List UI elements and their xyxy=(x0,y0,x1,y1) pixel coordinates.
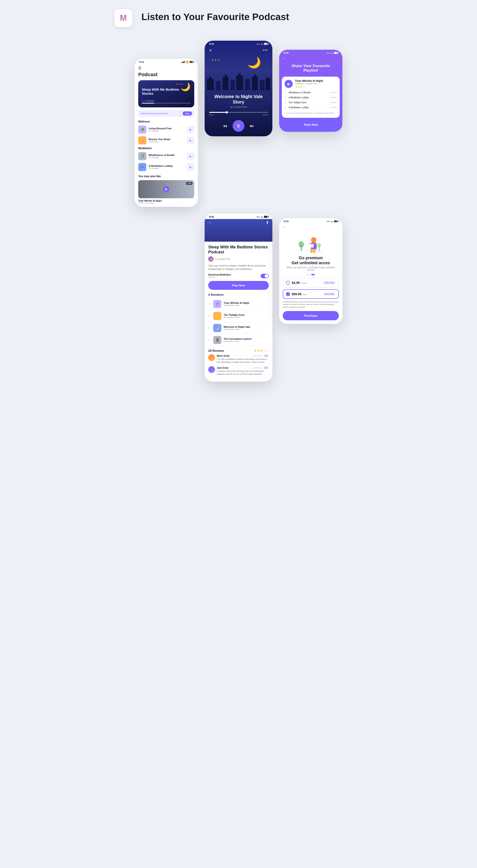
review-body: Jack Snow 1 month ago 5.0 I use this mos… xyxy=(217,366,269,375)
list-item[interactable]: 🎵 Mindfulness of Breath 15 minutes ▶ xyxy=(135,151,198,162)
play-button[interactable]: ▶ xyxy=(284,80,293,88)
reviews-section: 28 Reviews ★★★☆☆ Marie Smith 1 week ago … xyxy=(208,349,269,375)
play-now-button[interactable]: Play Now xyxy=(208,281,269,290)
may-like-title: You may also like xyxy=(138,174,194,179)
buy-button[interactable]: Buy xyxy=(183,112,192,116)
stars-decoration: ✦ ✦ ✦ xyxy=(211,59,220,62)
share-playlist-item[interactable]: 1 Mindfulness of Breath 10 mins xyxy=(284,90,337,95)
list-item[interactable]: 🎶 A Meditation Lullaby 15 minutes ▶ xyxy=(135,162,198,173)
review-text: I use this most every morning to get me … xyxy=(217,370,269,375)
player-nav: ∨ ••• xyxy=(205,46,272,54)
signal-icon: ▪▪▪▪ xyxy=(327,220,330,223)
more-icon[interactable]: ••• xyxy=(263,48,268,52)
player-controls: ⏮ ⏸ ⏭ xyxy=(205,118,272,136)
skip-back-icon[interactable]: ⏮ xyxy=(223,124,227,128)
premium-back-nav: ← xyxy=(279,223,342,231)
may-like-card[interactable]: ▶ 1:30 xyxy=(138,180,194,198)
detail-title: Sleep With Me Bedtime Stories Podcast xyxy=(208,245,269,254)
arrow-icon: ▶ xyxy=(187,126,194,133)
detail-nav: ← ⬆ xyxy=(205,219,272,226)
list-item[interactable]: 🧠 Retrain Your Brain 15 minutes ▶ xyxy=(135,135,198,146)
progress-times: 5:30 16:20 xyxy=(209,114,268,116)
session-item[interactable]: 4 🏮 The Coronation Lantern 15 minutes • … xyxy=(208,334,269,346)
phone3-time: 9:41 xyxy=(284,52,288,54)
page-container: M Listen to Your Favourite Podcast 9:41 … xyxy=(114,9,363,381)
session-name: Train Whistle At Night xyxy=(224,302,269,304)
share-playlist-item[interactable]: 2 A Meditation Lullaby 5 mins xyxy=(284,95,337,100)
player-progress: 5:30 16:20 xyxy=(205,110,272,118)
chevron-down-icon[interactable]: ∨ xyxy=(209,48,212,52)
item-info: Mindfulness of Breath 15 minutes xyxy=(148,154,185,159)
pause-button[interactable]: ⏸ xyxy=(233,120,244,132)
battery-icon xyxy=(264,216,268,218)
session-meta: 15 minutes • Free xyxy=(224,340,269,342)
review-name-row: Jack Snow 1 month ago 5.0 xyxy=(217,366,269,369)
list-item[interactable]: 🌿 Living Beyond Fear 15 minutes ▶ xyxy=(135,124,198,135)
share-track-meta: Meditation • Joseph Fink xyxy=(295,83,323,85)
dot-3 xyxy=(311,274,315,275)
section-meditation: Meditation xyxy=(135,146,198,151)
phone-share: 9:41 ▪▪▪▪ ▲ ← Share Your Favourite Playl… xyxy=(279,50,342,132)
item-num: 3 xyxy=(284,101,288,104)
signal-icon: ▪▪▪▪ xyxy=(257,216,260,218)
premium-text: Unlimited access for premium! xyxy=(140,112,168,115)
phone-player: 9:41 ▪▪▪▪ ▲ ∨ ••• 🌙 ✦ ✦ ✦ xyxy=(205,41,272,136)
reviewer-avatar xyxy=(208,354,215,361)
phones-grid: 9:41 📶 ☰ Podcast 🌙 ✦ ✦ ✦ Sleep With Me B… xyxy=(114,41,363,381)
arrow-icon: ▶ xyxy=(187,163,194,170)
session-item[interactable]: 1 🎵 Train Whistle At Night 15 minutes • … xyxy=(208,298,269,310)
back-icon[interactable]: ← xyxy=(283,225,286,229)
skip-forward-icon[interactable]: ⏭ xyxy=(250,124,254,128)
session-thumb: 🎵 xyxy=(213,300,222,308)
hamburger-icon[interactable]: ☰ xyxy=(138,66,194,70)
share-playlist-item[interactable]: 4 A Meditation Lullaby 5 mins xyxy=(284,105,337,110)
share-back-nav: ← xyxy=(279,55,342,62)
share-title: Share Your Favourite Playlist! xyxy=(279,62,342,76)
pricing-monthly[interactable]: $4.99 /month Free Trial xyxy=(283,278,339,287)
item-sub: 15 minutes xyxy=(148,167,185,169)
phone2-time: 9:41 xyxy=(209,42,214,45)
item-num: 2 xyxy=(284,96,288,99)
purchase-button[interactable]: Purchase xyxy=(283,311,339,320)
share-icon[interactable]: ⬆ xyxy=(266,220,269,225)
share-now-button[interactable]: Share Now xyxy=(282,121,340,129)
session-meta: 15 minutes • Free xyxy=(224,328,269,331)
session-num: 1 xyxy=(208,303,211,305)
wifi-icon: ▲ xyxy=(261,216,263,218)
pricing-yearly[interactable]: ✓ $89.99 /year Free Trial xyxy=(283,289,339,299)
back-icon[interactable]: ← xyxy=(208,221,212,225)
time-current: 5:30 xyxy=(209,114,213,116)
battery-icon xyxy=(189,61,193,63)
review-time: 1 month ago xyxy=(252,367,262,369)
progress-bar[interactable] xyxy=(209,112,268,113)
phone4-status: ▪▪▪▪ ▲ xyxy=(327,220,338,223)
session-item[interactable]: 2 ⚡ The Twilight Zone 30 minutes • Free xyxy=(208,310,269,322)
track-title: Welcome to Night Vale Story xyxy=(209,94,268,105)
back-icon[interactable]: ← xyxy=(283,57,286,60)
premium-content: Go premium Get unlimited acces When you … xyxy=(279,256,342,324)
session-item[interactable]: 3 🌙 Welcome to Night Vale 15 minutes • F… xyxy=(208,322,269,334)
play-icon[interactable]: ▶ xyxy=(163,186,169,192)
thumb-meditation-1: 🎵 xyxy=(138,152,146,160)
premium-main-title: Go premium xyxy=(283,256,339,260)
svg-rect-10 xyxy=(254,74,256,90)
phone3-status: ▪▪▪▪ ▲ xyxy=(327,52,338,54)
featured-card[interactable]: 🌙 ✦ ✦ ✦ Sleep With Me Bedtime Stories 1 … xyxy=(138,80,194,107)
review-score: 3.5 xyxy=(263,354,269,358)
phone1-notch: 9:41 📶 xyxy=(135,59,198,64)
signal-icon: ▪▪▪▪ xyxy=(327,52,330,54)
svg-rect-11 xyxy=(260,80,265,90)
review-text: I try other meditation podcasts and alwa… xyxy=(217,358,269,364)
download-info: Download Meditation 100 mb xyxy=(208,274,231,278)
session-name: The Twilight Zone xyxy=(224,313,269,316)
session-info: The Coronation Lantern 15 minutes • Free xyxy=(224,338,269,342)
svg-rect-2 xyxy=(216,81,220,90)
item-num: 1 xyxy=(284,91,288,94)
download-toggle[interactable] xyxy=(261,274,269,278)
session-num: 2 xyxy=(208,315,211,317)
review-score: 5.0 xyxy=(263,366,269,369)
share-playlist-item[interactable]: 3 The Twilight Zone 10 mins xyxy=(284,100,337,105)
svg-rect-19 xyxy=(313,249,315,253)
wifi-icon: ▲ xyxy=(331,52,333,54)
share-track-info: Train Whistle At Night Meditation • Jose… xyxy=(295,79,323,88)
